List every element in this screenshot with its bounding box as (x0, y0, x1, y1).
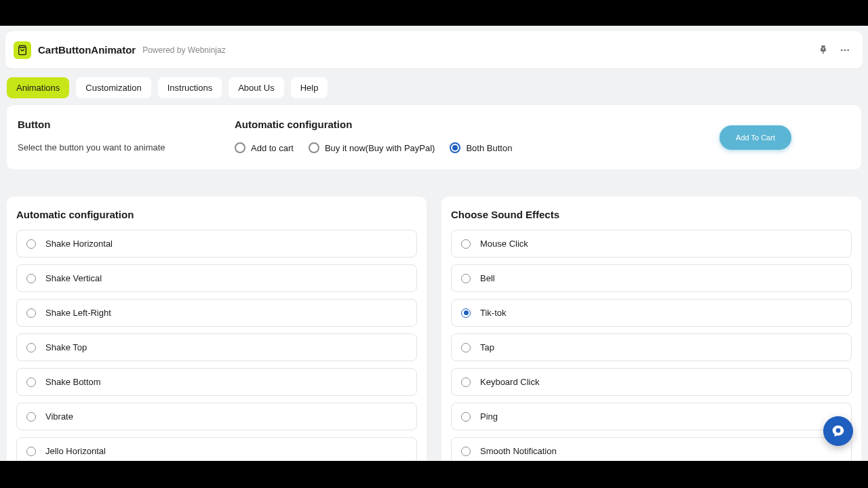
target-option[interactable]: Both Button (450, 142, 512, 153)
tab-instructions[interactable]: Instructions (158, 77, 222, 98)
app-title: CartButtonAnimator (38, 44, 136, 56)
more-button[interactable] (835, 41, 854, 60)
option-label: Shake Horizontal (45, 239, 113, 249)
auto-config-heading: Automatic configuration (235, 119, 660, 130)
sound-option[interactable]: Bell (451, 264, 852, 292)
option-label: Shake Vertical (45, 273, 102, 283)
radio-label: Both Button (466, 143, 512, 153)
option-label: Tik-tok (480, 308, 507, 318)
animation-option[interactable]: Shake Horizontal (16, 230, 417, 258)
radio-icon (461, 412, 471, 422)
svg-point-1 (844, 49, 846, 50)
radio-icon (461, 274, 471, 283)
chat-button[interactable] (823, 416, 853, 446)
pin-icon (818, 45, 829, 56)
radio-icon (26, 274, 36, 283)
radio-icon (26, 378, 36, 387)
radio-icon (26, 412, 36, 422)
radio-icon (461, 447, 471, 456)
tab-customization[interactable]: Customization (76, 77, 151, 98)
sound-option[interactable]: Tik-tok (451, 299, 852, 327)
animation-option[interactable]: Shake Left-Right (16, 299, 417, 327)
option-label: Jello Horizontal (45, 446, 106, 456)
app-subtitle: Powered by Webninjaz (142, 45, 226, 55)
option-label: Smooth Notification (480, 446, 557, 456)
radio-icon (26, 239, 36, 249)
radio-icon (26, 343, 36, 352)
app-logo (14, 41, 31, 59)
option-label: Keyboard Click (480, 377, 539, 387)
animation-option[interactable]: Shake Top (16, 333, 417, 361)
radio-icon (26, 308, 36, 318)
button-target-radio-group: Add to cartBuy it now(Buy with PayPal)Bo… (235, 142, 660, 153)
option-label: Ping (480, 411, 498, 422)
shopping-bag-icon (17, 45, 28, 56)
pin-button[interactable] (814, 41, 833, 60)
button-section-description: Select the button you want to animate (18, 142, 235, 152)
app-header: CartButtonAnimator Powered by Webninjaz (5, 31, 863, 69)
target-option[interactable]: Add to cart (235, 142, 294, 153)
option-label: Bell (480, 273, 495, 283)
sounds-card: Choose Sound Effects Mouse ClickBellTik-… (441, 197, 861, 461)
add-to-cart-preview-button[interactable]: Add To Cart (719, 125, 791, 150)
tab-animations[interactable]: Animations (7, 77, 69, 98)
option-label: Vibrate (45, 411, 73, 422)
radio-label: Buy it now(Buy with PayPal) (325, 143, 435, 153)
radio-icon (26, 447, 36, 456)
sounds-heading: Choose Sound Effects (451, 209, 852, 220)
radio-icon (461, 239, 471, 249)
animation-option[interactable]: Shake Vertical (16, 264, 417, 292)
animation-option[interactable]: Jello Horizontal (16, 437, 417, 461)
animations-heading: Automatic configuration (16, 209, 417, 220)
tab-help[interactable]: Help (291, 77, 328, 98)
svg-point-2 (847, 49, 848, 50)
animation-option[interactable]: Shake Bottom (16, 368, 417, 396)
option-label: Shake Left-Right (45, 308, 111, 318)
radio-icon (461, 308, 471, 318)
tab-about-us[interactable]: About Us (229, 77, 283, 98)
radio-icon (461, 343, 471, 352)
sound-option[interactable]: Mouse Click (451, 230, 852, 258)
option-label: Tap (480, 342, 494, 352)
target-option[interactable]: Buy it now(Buy with PayPal) (309, 142, 435, 153)
config-card: Button Select the button you want to ani… (7, 105, 861, 169)
more-horizontal-icon (840, 45, 850, 56)
sound-option[interactable]: Smooth Notification (451, 437, 852, 461)
radio-label: Add to cart (251, 143, 294, 153)
sound-option[interactable]: Ping (451, 403, 852, 430)
sound-option[interactable]: Tap (451, 333, 852, 361)
sound-option[interactable]: Keyboard Click (451, 368, 852, 396)
option-label: Shake Bottom (45, 377, 101, 387)
svg-point-0 (841, 49, 842, 50)
svg-point-3 (836, 428, 841, 433)
option-label: Shake Top (45, 342, 87, 352)
animations-card: Automatic configuration Shake Horizontal… (7, 197, 427, 461)
radio-icon (450, 142, 460, 153)
button-section-heading: Button (18, 119, 235, 130)
radio-icon (235, 142, 245, 153)
radio-icon (461, 378, 471, 387)
tabs: AnimationsCustomizationInstructionsAbout… (0, 69, 868, 105)
animation-option[interactable]: Vibrate (16, 403, 417, 430)
chat-icon (831, 424, 845, 438)
option-label: Mouse Click (480, 239, 528, 249)
radio-icon (309, 142, 319, 153)
